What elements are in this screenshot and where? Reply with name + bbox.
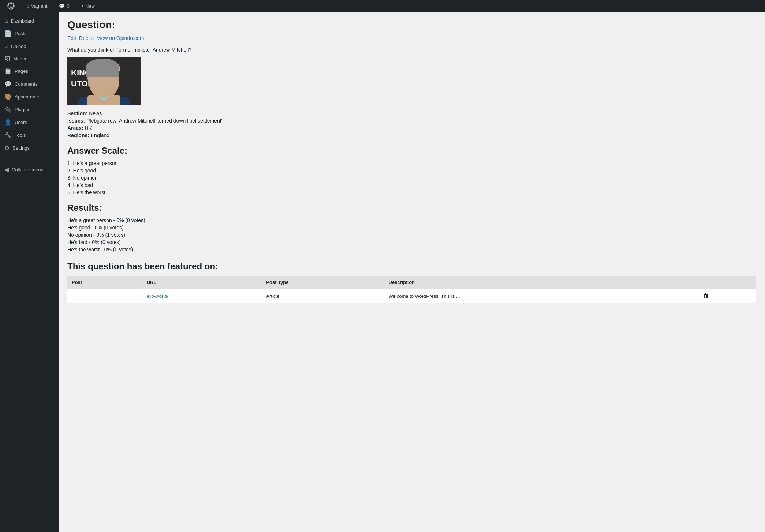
result-4: He's bad - 0% (0 votes) — [67, 239, 756, 245]
answer-4: 4. He's bad — [67, 182, 756, 188]
col-post-type: Post Type — [262, 276, 384, 289]
areas-value: UK — [85, 125, 92, 131]
sidebar-item-media[interactable]: 🖼 Media — [0, 52, 59, 65]
col-actions — [699, 276, 756, 289]
edit-link[interactable]: Edit — [67, 35, 76, 41]
sidebar-item-users[interactable]: 👤 Users — [0, 116, 59, 129]
section-label: Section: — [67, 110, 87, 116]
issues-value: Plebgate row: Andrew Mitchell 'turned do… — [86, 118, 222, 124]
col-description: Description — [384, 276, 699, 289]
result-2: He's good - 0% (0 votes) — [67, 225, 756, 231]
sidebar-item-settings[interactable]: ⚙ Settings — [0, 142, 59, 154]
view-on-site-link[interactable]: View on Opindo.com — [97, 35, 144, 41]
pages-icon: 📋 — [4, 68, 12, 75]
sidebar-item-plugins[interactable]: 🔌 Plugins — [0, 103, 59, 116]
svg-rect-7 — [93, 79, 101, 84]
delete-link[interactable]: Delete — [79, 35, 94, 41]
question-image: KINGDO UTOPIA — [67, 57, 141, 105]
table-header: Post URL Post Type Description — [67, 276, 756, 289]
site-name[interactable]: ⌂ Vagrant — [23, 0, 50, 12]
meta-section: Section: News Issues: Plebgate row: Andr… — [67, 110, 756, 138]
tools-icon: 🔧 — [4, 132, 12, 139]
sidebar-item-pages[interactable]: 📋 Pages — [0, 65, 59, 78]
answer-scale-list: 1. He's a great person 2. He's good 3. N… — [67, 160, 756, 195]
results-list: He's a great person - 0% (0 votes) He's … — [67, 217, 756, 252]
cell-description: Welcome to WordPress. This is ... — [384, 289, 699, 303]
issues-label: Issues: — [67, 118, 85, 124]
section-value: News — [89, 110, 102, 116]
svg-point-6 — [88, 59, 120, 79]
person-photo: KINGDO UTOPIA — [67, 57, 141, 105]
svg-text:UTOPIA: UTOPIA — [71, 79, 101, 88]
regions-label: Regions: — [67, 132, 89, 138]
cell-url: ello-world/ — [142, 289, 262, 303]
cell-delete: 🗑 — [699, 289, 756, 303]
settings-icon: ⚙ — [4, 145, 10, 151]
question-text: What do you think of Former minister And… — [67, 47, 756, 53]
cell-post — [67, 289, 142, 303]
new-content-button[interactable]: + New — [78, 0, 98, 12]
sidebar-item-appearance[interactable]: 🎨 Appearance — [0, 90, 59, 103]
url-link[interactable]: ello-world/ — [147, 293, 168, 299]
areas-label: Areas: — [67, 125, 83, 131]
meta-issues-item: Issues: Plebgate row: Andrew Mitchell 't… — [67, 118, 756, 124]
dashboard-icon: ⌂ — [4, 18, 8, 24]
opindo-icon: ○ — [4, 43, 8, 49]
appearance-icon: 🎨 — [4, 93, 12, 100]
meta-areas-item: Areas: UK — [67, 125, 756, 131]
sidebar: ⌂ Dashboard 📄 Posts ○ Opindo 🖼 Media 📋 P… — [0, 12, 59, 532]
collapse-icon: ◀ — [4, 166, 9, 173]
col-url: URL — [142, 276, 262, 289]
page-title: Question: — [67, 19, 756, 31]
result-3: No opinion - 9% (1 votes) — [67, 232, 756, 238]
comments-link[interactable]: 💬 0 — [56, 0, 72, 12]
answer-scale-heading: Answer Scale: — [67, 146, 756, 156]
sidebar-item-opindo[interactable]: ○ Opindo — [0, 40, 59, 52]
col-post: Post — [67, 276, 142, 289]
action-links: Edit Delete View on Opindo.com — [67, 35, 756, 41]
result-5: He's the worst - 0% (0 votes) — [67, 247, 756, 252]
sidebar-item-dashboard[interactable]: ⌂ Dashboard — [0, 15, 59, 27]
main-content: Question: Edit Delete View on Opindo.com… — [59, 12, 765, 532]
users-icon: 👤 — [4, 119, 12, 126]
sidebar-item-posts[interactable]: 📄 Posts — [0, 27, 59, 40]
plugins-icon: 🔌 — [4, 106, 12, 113]
meta-regions-item: Regions: England — [67, 132, 756, 138]
table-row: ello-world/ Article Welcome to WordPress… — [67, 289, 756, 303]
svg-text:KINGDO: KINGDO — [71, 68, 103, 77]
answer-3: 3. No opinion — [67, 175, 756, 181]
media-icon: 🖼 — [4, 55, 10, 62]
results-heading: Results: — [67, 203, 756, 213]
regions-value: England — [91, 132, 109, 138]
sidebar-collapse-menu[interactable]: ◀ Collapse menu — [0, 163, 59, 176]
posts-icon: 📄 — [4, 30, 12, 37]
answer-5: 5. He's the worst — [67, 190, 756, 195]
svg-point-5 — [89, 63, 119, 99]
result-1: He's a great person - 0% (0 votes) — [67, 217, 756, 223]
admin-bar: ⌂ Vagrant 💬 0 + New — [0, 0, 765, 12]
main-layout: ⌂ Dashboard 📄 Posts ○ Opindo 🖼 Media 📋 P… — [0, 12, 765, 532]
cell-post-type: Article — [262, 289, 384, 303]
table-body: ello-world/ Article Welcome to WordPress… — [67, 289, 756, 303]
answer-2: 2. He's good — [67, 168, 756, 173]
featured-heading: This question has been featured on: — [67, 261, 756, 271]
home-icon: ⌂ — [26, 3, 29, 9]
comments-sidebar-icon: 💬 — [4, 80, 12, 87]
delete-row-icon[interactable]: 🗑 — [703, 293, 709, 299]
comments-icon: 💬 — [59, 3, 65, 9]
answer-1: 1. He's a great person — [67, 160, 756, 166]
featured-table: Post URL Post Type Description ello-worl… — [67, 276, 756, 303]
wp-logo[interactable] — [4, 0, 18, 12]
meta-section-item: Section: News — [67, 110, 756, 116]
svg-rect-8 — [104, 79, 112, 84]
sidebar-item-tools[interactable]: 🔧 Tools — [0, 129, 59, 142]
sidebar-item-comments[interactable]: 💬 Comments — [0, 78, 59, 90]
